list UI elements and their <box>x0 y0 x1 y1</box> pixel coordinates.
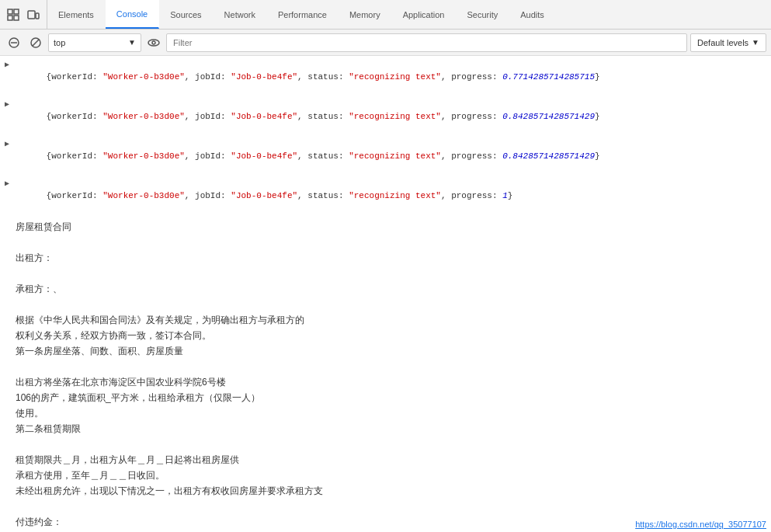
svg-rect-4 <box>28 11 35 19</box>
tab-memory[interactable]: Memory <box>339 0 392 29</box>
tab-performance[interactable]: Performance <box>267 0 339 29</box>
levels-dropdown-arrow: ▼ <box>752 38 759 47</box>
expand-arrow[interactable]: ▶ <box>5 59 9 71</box>
tab-console[interactable]: Console <box>106 0 159 29</box>
tab-sources[interactable]: Sources <box>159 0 213 29</box>
console-output: ▶ {workerId: "Worker-0-b3d0e", jobId: "J… <box>0 56 771 532</box>
context-selector[interactable]: top ▼ <box>48 33 141 52</box>
svg-rect-1 <box>14 9 19 14</box>
svg-line-9 <box>33 39 39 45</box>
tab-elements[interactable]: Elements <box>47 0 106 29</box>
svg-point-11 <box>152 41 155 44</box>
levels-dropdown[interactable]: Default levels ▼ <box>690 33 766 52</box>
svg-rect-0 <box>8 9 12 14</box>
eye-icon[interactable] <box>144 33 163 52</box>
devtools-icons <box>0 0 47 29</box>
tab-network[interactable]: Network <box>214 0 267 29</box>
block-icon[interactable] <box>26 33 45 52</box>
inspect-icon[interactable] <box>5 6 22 23</box>
chinese-text-output: 房屋租赁合同 出租方： 承租方：、 根据《中华人民共和国合同法》及有关规定，为明… <box>0 216 771 532</box>
console-log-line-truncated: ▶ {workerId: "Worker-0-b3d0e", jobId: "J… <box>0 57 771 97</box>
expand-arrow-1[interactable]: ▶ <box>5 99 9 111</box>
device-toggle-icon[interactable] <box>25 6 42 23</box>
tab-bar: Elements Console Sources Network Perform… <box>0 0 771 30</box>
filter-input[interactable] <box>166 33 687 52</box>
tab-security[interactable]: Security <box>456 0 509 29</box>
svg-rect-5 <box>36 13 39 19</box>
tab-audits[interactable]: Audits <box>509 0 556 29</box>
console-log-line-3: ▶ {workerId: "Worker-0-b3d0e", jobId: "J… <box>0 176 771 216</box>
expand-arrow-2[interactable]: ▶ <box>5 138 9 151</box>
console-log-line-1: ▶ {workerId: "Worker-0-b3d0e", jobId: "J… <box>0 97 771 137</box>
console-toolbar: top ▼ Default levels ▼ <box>0 30 771 56</box>
watermark: https://blog.csdn.net/qq_35077107 <box>635 520 766 529</box>
tab-application[interactable]: Application <box>392 0 457 29</box>
console-log-line-2: ▶ {workerId: "Worker-0-b3d0e", jobId: "J… <box>0 137 771 176</box>
svg-point-10 <box>148 40 159 46</box>
expand-arrow-3[interactable]: ▶ <box>5 178 9 190</box>
clear-console-icon[interactable] <box>5 33 23 52</box>
svg-rect-2 <box>8 16 12 20</box>
context-dropdown-arrow: ▼ <box>128 38 136 47</box>
svg-rect-3 <box>14 16 19 20</box>
